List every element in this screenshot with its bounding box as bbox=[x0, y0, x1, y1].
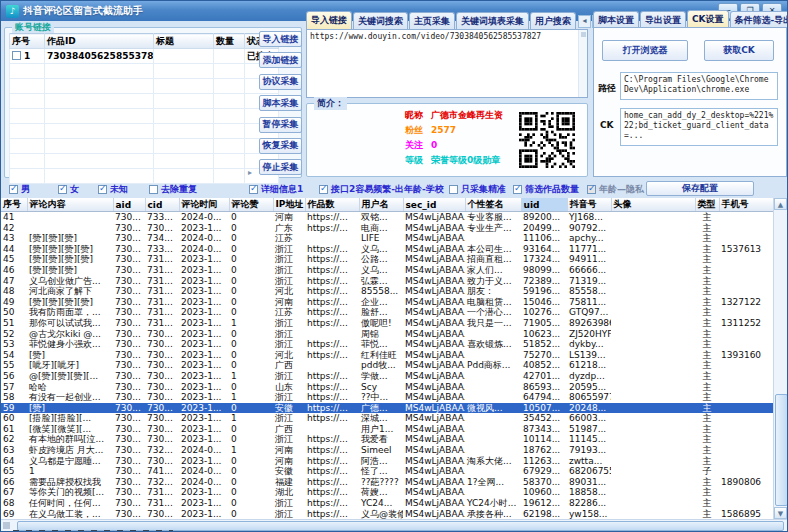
row-checkbox[interactable] bbox=[12, 51, 21, 60]
main-col-header[interactable]: 用户名 bbox=[359, 198, 403, 212]
middle-tab-2[interactable]: 主页采集 bbox=[409, 12, 455, 29]
table-row[interactable]: 59[赞]730...730...2023-1...0安徽https://...… bbox=[1, 403, 773, 414]
middle-tab-3[interactable]: 关键词填表采集 bbox=[456, 12, 529, 29]
cell: 主 bbox=[695, 434, 719, 445]
main-col-header[interactable]: 个性签名 bbox=[465, 198, 521, 212]
cell: MS4wLjABAA... bbox=[403, 509, 465, 519]
table-row[interactable]: 57哈哈730...730...2023-1...0山东https://...S… bbox=[1, 382, 773, 393]
table-row[interactable]: 50我有防雨面罩，...730...731...2023-1...0江苏http… bbox=[1, 307, 773, 318]
middle-tab-0[interactable]: 导入链接 bbox=[306, 11, 352, 29]
vertical-scroll-thumb[interactable] bbox=[775, 394, 788, 506]
filter-checkbox-0[interactable]: 男 bbox=[9, 183, 30, 196]
main-col-header[interactable]: 手机号 bbox=[719, 198, 773, 212]
cell bbox=[611, 233, 695, 244]
main-col-header[interactable]: sec_id bbox=[403, 198, 465, 212]
cell: 2023-1... bbox=[179, 265, 229, 276]
left-action-button-1[interactable]: 添加链接 bbox=[259, 52, 302, 68]
cell: ??中... bbox=[359, 392, 403, 403]
save-config-button[interactable]: 保存配置 bbox=[646, 181, 754, 196]
table-row[interactable]: 54[赞]730...730...2023-1...0河北https://...… bbox=[1, 350, 773, 361]
filter-checkbox-7[interactable]: 筛选作品数量 bbox=[513, 183, 579, 196]
table-row[interactable]: 45[赞][赞][赞][赞]730...731...2023-1...0浙江ht… bbox=[1, 254, 773, 265]
table-row[interactable]: 51那你可以试试我...730...731...2023-1...1浙江http… bbox=[1, 318, 773, 329]
url-input[interactable]: https://www.douyin.com/video/73038405625… bbox=[306, 29, 588, 98]
left-action-button-6[interactable]: 停止采集 bbox=[259, 159, 302, 175]
filter-checkbox-8[interactable]: 年龄—隐私 bbox=[587, 183, 644, 196]
cell: MS4wLjABAA... bbox=[403, 276, 465, 287]
right-tab-0[interactable]: 脚本设置 bbox=[593, 11, 639, 28]
filter-checkbox-6[interactable]: 只采集精准 bbox=[449, 183, 506, 196]
main-col-header[interactable]: 评论内容 bbox=[27, 198, 113, 212]
table-row[interactable]: 651730...741...2024-0...0安徽https://...怪了… bbox=[1, 466, 773, 477]
cell: 1327122 bbox=[719, 297, 773, 308]
right-tab-2[interactable]: CK设置 bbox=[687, 10, 729, 28]
middle-tab-1[interactable]: 关键词搜索 bbox=[353, 12, 408, 29]
right-tab-3[interactable]: 条件筛选-导出 bbox=[730, 11, 788, 28]
intro-field-value: 广德市金峰再生资 bbox=[431, 110, 503, 120]
vertical-scrollbar[interactable]: ▲ ▼ bbox=[773, 198, 787, 519]
left-action-button-0[interactable]: 导入链接 bbox=[259, 31, 302, 47]
table-row[interactable]: 44[赞][赞][赞][赞]730...733...2024-0...0浙江ht… bbox=[1, 244, 773, 255]
scroll-down-icon[interactable]: ▼ bbox=[774, 507, 787, 519]
table-row[interactable]: 68任何时间，任何...730...731...2023-1...0浙江http… bbox=[1, 498, 773, 509]
cell: 周锦 bbox=[359, 329, 403, 340]
left-action-button-3[interactable]: 脚本采集 bbox=[259, 95, 302, 111]
open-browser-button[interactable]: 打开浏览器 bbox=[602, 40, 688, 61]
main-col-header[interactable]: 评论赞 bbox=[229, 198, 273, 212]
table-row[interactable]: 69在义乌做工装，...730...730...2023-1...0浙江http… bbox=[1, 509, 773, 519]
cell: 2023-1... bbox=[179, 413, 229, 424]
left-action-button-5[interactable]: 恢复采集 bbox=[259, 138, 302, 154]
main-col-header[interactable]: cid bbox=[145, 198, 179, 212]
table-row[interactable]: 63虾皮跨境店 月大...730...732...2024-0...1河南htt… bbox=[1, 445, 773, 456]
table-row[interactable]: 46[赞][赞][赞]730...731...2023-1...0浙江https… bbox=[1, 265, 773, 276]
main-col-header[interactable]: IP地址 bbox=[273, 198, 305, 212]
left-action-button-4[interactable]: 暂停采集 bbox=[259, 117, 302, 133]
table-row[interactable]: 55[呲牙][呲牙]730...730...2023-1...0广西pdd牧..… bbox=[1, 360, 773, 371]
main-col-header[interactable]: 作品数 bbox=[305, 198, 359, 212]
main-col-header[interactable]: uid bbox=[521, 198, 567, 212]
table-row[interactable]: 62有本地的群吗[泣...730...730...2023-1...0浙江htt… bbox=[1, 434, 773, 445]
left-action-button-2[interactable]: 协议采集 bbox=[259, 74, 302, 90]
cell: https://... bbox=[305, 403, 359, 414]
table-row[interactable]: 49[赞][赞][赞][赞]730...731...2023-1...0河南ht… bbox=[1, 297, 773, 308]
table-row[interactable]: 42730...730...2023-1...0广东https://...电商.… bbox=[1, 223, 773, 234]
ck-value-field[interactable]: home_can_add_dy_2_desktop=%221%22;bd_tic… bbox=[620, 108, 778, 146]
filter-checkbox-3[interactable]: 去除重复 bbox=[149, 183, 197, 196]
table-row[interactable]: 43[赞][赞][赞]730...734...2024-0...0江苏LIFEM… bbox=[1, 233, 773, 244]
table-row[interactable]: 66需要品牌授权找我730...732...2024-0...0福建https:… bbox=[1, 477, 773, 488]
main-col-header[interactable]: 评论时间 bbox=[179, 198, 229, 212]
url-scrollbar[interactable] bbox=[578, 30, 587, 97]
cell: 2023-1... bbox=[179, 434, 229, 445]
intro-field-label: 等级 bbox=[405, 155, 423, 165]
get-ck-button[interactable]: 获取CK bbox=[704, 40, 774, 61]
main-col-header[interactable]: 序号 bbox=[1, 198, 27, 212]
main-col-header[interactable]: aid bbox=[113, 198, 145, 212]
table-row[interactable]: 47义乌创业做广告...730...731...2023-1...0浙江http… bbox=[1, 276, 773, 287]
filter-checkbox-5[interactable]: 接口2容易频繁-出年龄-学校 bbox=[319, 183, 444, 196]
scroll-up-icon[interactable]: ▲ bbox=[774, 198, 787, 210]
table-row[interactable]: 48河北商家了解下730...731...2023-1...0河北https:/… bbox=[1, 286, 773, 297]
table-row[interactable]: 52@古戈尔kiki @...730...730...2023-1...0浙江周… bbox=[1, 329, 773, 340]
chrome-path-field[interactable]: C:\Program Files\Google\Chrome Dev\Appli… bbox=[620, 72, 778, 100]
filter-checkbox-1[interactable]: 女 bbox=[58, 183, 79, 196]
main-col-header[interactable]: 类型 bbox=[695, 198, 719, 212]
cell bbox=[10, 94, 45, 109]
tab-scroll-left-icon[interactable]: ◂ bbox=[578, 15, 591, 28]
table-row[interactable]: 41730...733...2024-0...0河南https://...双铭.… bbox=[1, 212, 773, 223]
table-row[interactable]: 58有没有一起创业...730...730...2023-1...1浙江http… bbox=[1, 392, 773, 403]
table-row[interactable]: 56@[赞][赞][赞][...730...730...2023-1...1浙江… bbox=[1, 371, 773, 382]
filter-checkbox-4[interactable]: 详细信息1 bbox=[249, 183, 303, 196]
table-row[interactable]: 60[捂脸][捂脸][...730...730...2023-1...1浙江ht… bbox=[1, 413, 773, 424]
right-tab-1[interactable]: 导出设置 bbox=[640, 11, 686, 28]
table-row[interactable]: 64义乌都是宁愿睡...730...730...2023-1...0河南http… bbox=[1, 456, 773, 467]
middle-tab-4[interactable]: 用户搜索 bbox=[530, 12, 576, 29]
left-table-row[interactable]: 17303840562585537827已搜索 bbox=[10, 49, 279, 64]
filter-checkbox-2[interactable]: 未知 bbox=[98, 183, 128, 196]
cell: 15046... bbox=[521, 297, 567, 308]
left-table-scroll-arrow-icon[interactable]: ▸ bbox=[248, 168, 252, 177]
main-col-header[interactable]: 抖音号 bbox=[567, 198, 611, 212]
table-row[interactable]: 67等你关门的视频[...730...731...2023-1...0湖北htt… bbox=[1, 487, 773, 498]
table-row[interactable]: 61[微笑][微笑][...730...730...2023-1...0广西用户… bbox=[1, 424, 773, 435]
table-row[interactable]: 53菲悦健身小强欢...730...730...2023-1...0浙江http… bbox=[1, 339, 773, 350]
main-col-header[interactable]: 头像 bbox=[611, 198, 695, 212]
